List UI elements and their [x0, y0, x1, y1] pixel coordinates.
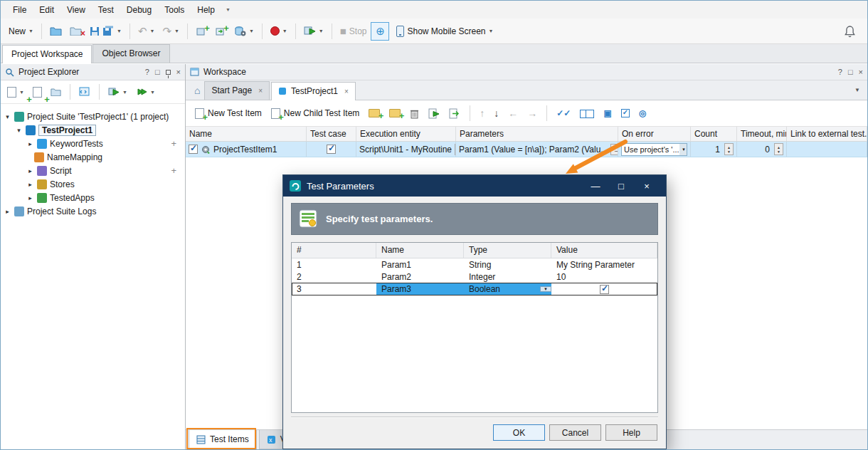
- column-header-execution-entity[interactable]: Execution entity: [356, 127, 456, 141]
- ellipsis-button[interactable]: ...: [610, 144, 618, 155]
- tree-item-project-suite-logs[interactable]: ▸ Project Suite Logs: [1, 204, 185, 218]
- run-project-button[interactable]: ▼: [105, 84, 131, 100]
- ok-button[interactable]: OK: [493, 424, 545, 441]
- test-item-row[interactable]: ProjectTestItem1 Script\Unit1 - MyRoutin…: [186, 142, 867, 157]
- tree-item-script[interactable]: ▸ Script +: [1, 164, 185, 177]
- move-down-button[interactable]: ↓: [490, 105, 502, 122]
- maximize-icon[interactable]: □: [155, 68, 160, 76]
- menu-help[interactable]: Help: [191, 2, 221, 18]
- spin-down-icon[interactable]: ▼: [777, 150, 780, 154]
- spin-down-icon[interactable]: ▼: [727, 150, 731, 154]
- cell-type[interactable]: String: [464, 258, 551, 271]
- tab-object-browser[interactable]: Object Browser: [92, 44, 169, 63]
- chevron-down-icon[interactable]: ▾: [4, 113, 11, 120]
- db-settings-button[interactable]: ▼: [231, 23, 258, 40]
- add-group-button[interactable]: +: [365, 106, 383, 120]
- group-state-button[interactable]: ◎: [635, 105, 650, 121]
- column-header-value[interactable]: Value: [551, 243, 657, 258]
- undo-button[interactable]: ↶ ▼: [134, 22, 159, 41]
- on-error-combobox[interactable]: Use project's '... ▼: [621, 143, 687, 156]
- run-suite-button[interactable]: ▼: [132, 84, 159, 100]
- new-test-item-button[interactable]: + New Test Item: [191, 105, 265, 122]
- chevron-right-icon[interactable]: ▸: [26, 140, 34, 147]
- column-header-name[interactable]: Name: [376, 243, 464, 258]
- maximize-icon[interactable]: □: [848, 68, 853, 76]
- code-view-button[interactable]: [75, 84, 94, 100]
- close-icon[interactable]: ×: [176, 68, 181, 76]
- check-all-button[interactable]: ✓✓: [553, 105, 574, 121]
- tab-list-chevron-icon[interactable]: ▼: [854, 87, 860, 93]
- tab-testproject1[interactable]: TestProject1 ×: [271, 82, 356, 100]
- cell-name[interactable]: ProjectTestItem1: [186, 142, 307, 157]
- record-button[interactable]: ▼: [267, 23, 291, 38]
- column-header-name[interactable]: Name: [186, 127, 307, 141]
- tree-item-testedapps[interactable]: ▸ TestedApps: [1, 191, 185, 204]
- column-header-number[interactable]: #: [292, 243, 376, 258]
- tree-item-stores[interactable]: ▸ Stores: [1, 177, 185, 191]
- help-button[interactable]: Help: [605, 424, 657, 441]
- invert-checks-button[interactable]: ▣: [600, 105, 615, 121]
- column-header-on-error[interactable]: On error: [618, 127, 691, 141]
- boolean-value-checkbox[interactable]: [600, 285, 609, 294]
- column-header-link-external[interactable]: Link to external test...: [787, 127, 867, 141]
- tree-item-namemapping[interactable]: NameMapping: [1, 150, 185, 164]
- run-button[interactable]: ▼: [300, 23, 327, 39]
- new-child-test-item-button[interactable]: + New Child Test Item: [268, 105, 363, 122]
- column-header-timeout[interactable]: Timeout, min: [737, 127, 787, 141]
- cell-test-case[interactable]: [307, 142, 356, 157]
- help-icon[interactable]: ?: [145, 68, 149, 76]
- test-case-checkbox[interactable]: [327, 145, 336, 154]
- parameter-row-selected[interactable]: 3 Param3 Boolean ▼: [292, 283, 657, 295]
- chevron-right-icon[interactable]: ▸: [26, 181, 34, 188]
- chevron-down-icon[interactable]: ▼: [679, 144, 687, 155]
- cell-value[interactable]: [551, 283, 657, 295]
- tab-start-page[interactable]: Start Page ×: [204, 81, 270, 100]
- mobile-screen-toggle[interactable]: ⊕: [371, 22, 389, 41]
- add-item-button[interactable]: +: [192, 23, 211, 39]
- column-header-count[interactable]: Count: [691, 127, 737, 141]
- add-existing-button[interactable]: +: [211, 23, 230, 39]
- column-header-parameters[interactable]: Parameters: [456, 127, 618, 141]
- cell-type[interactable]: Boolean ▼: [464, 283, 551, 295]
- cell-value[interactable]: 10: [551, 271, 657, 283]
- cell-on-error[interactable]: Use project's '... ▼: [618, 142, 691, 157]
- chevron-down-icon[interactable]: ▼: [221, 7, 235, 12]
- close-file-button[interactable]: ×: [66, 23, 85, 38]
- export-button[interactable]: [445, 105, 464, 122]
- tree-item-project-suite[interactable]: ▾ Project Suite 'TestProject1' (1 projec…: [1, 110, 185, 123]
- cell-name[interactable]: Param2: [376, 271, 464, 283]
- enabled-checkbox[interactable]: [189, 145, 198, 154]
- close-icon[interactable]: ×: [859, 68, 863, 76]
- tab-test-items[interactable]: Test Items: [189, 430, 257, 449]
- chevron-right-icon[interactable]: ▸: [26, 194, 34, 202]
- stop-button[interactable]: ■ Stop: [337, 22, 371, 40]
- cell-value[interactable]: My String Parameter: [551, 258, 657, 271]
- move-right-button[interactable]: →: [524, 105, 541, 122]
- pin-icon[interactable]: [166, 70, 171, 75]
- menu-edit[interactable]: Edit: [33, 2, 60, 18]
- home-icon[interactable]: ⌂: [190, 85, 204, 96]
- tree-item-testproject1[interactable]: ▾ TestProject1: [1, 123, 185, 137]
- minimize-button[interactable]: —: [583, 175, 608, 197]
- add-button[interactable]: +: [171, 165, 176, 176]
- dialog-title-bar[interactable]: Test Parameters — □ ×: [283, 175, 666, 197]
- cell-count[interactable]: 1 ▲▼: [691, 142, 737, 157]
- help-icon[interactable]: ?: [838, 68, 842, 76]
- new-item-button[interactable]: +: [29, 84, 46, 100]
- cancel-button[interactable]: Cancel: [549, 424, 601, 441]
- chevron-down-icon[interactable]: ▼: [540, 286, 551, 292]
- column-header-test-case[interactable]: Test case: [307, 127, 356, 141]
- cell-link-external[interactable]: [787, 142, 867, 157]
- menu-view[interactable]: View: [60, 2, 92, 18]
- run-selected-button[interactable]: [425, 105, 443, 122]
- menu-test[interactable]: Test: [92, 2, 120, 18]
- tab-project-workspace[interactable]: Project Workspace: [2, 45, 92, 63]
- cell-timeout[interactable]: 0 ▲▼: [737, 142, 787, 157]
- timeout-stepper[interactable]: ▲▼: [774, 143, 783, 155]
- menu-debug[interactable]: Debug: [120, 2, 158, 18]
- cell-name[interactable]: Param1: [376, 258, 464, 271]
- close-icon[interactable]: ×: [258, 87, 263, 95]
- cell-type[interactable]: Integer: [464, 271, 551, 283]
- cell-parameters[interactable]: Param1 (Value = [n\a]); Param2 (Valu... …: [456, 142, 618, 157]
- chevron-down-icon[interactable]: ▾: [15, 127, 23, 134]
